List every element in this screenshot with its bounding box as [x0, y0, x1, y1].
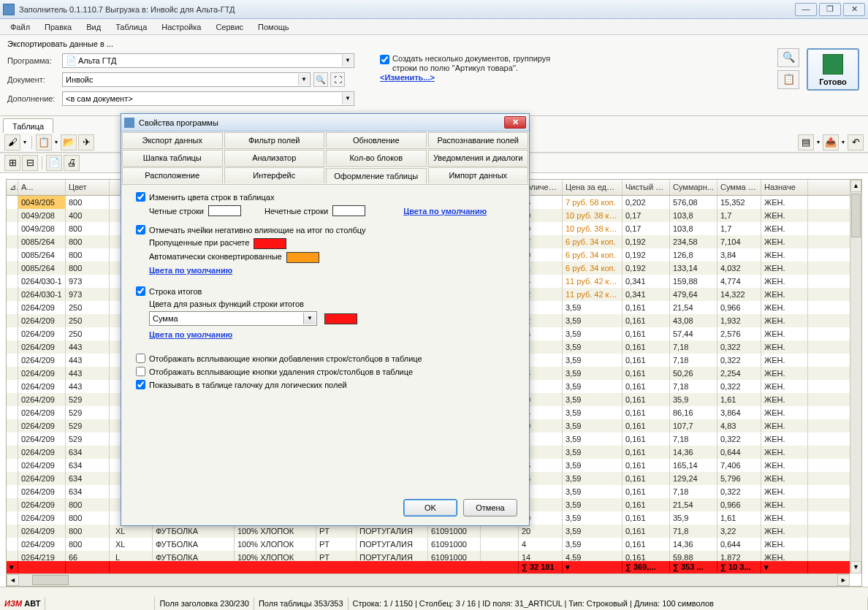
dialog-tab[interactable]: Интерфейс: [224, 167, 325, 183]
scroll-right-icon[interactable]: ►: [837, 574, 850, 586]
reset-totals-colors-link[interactable]: Цвета по умолчанию: [149, 330, 232, 339]
export-small-icon[interactable]: 📤: [823, 134, 839, 150]
dialog-title: Свойства программы: [139, 118, 218, 127]
undo-icon[interactable]: ↶: [848, 134, 864, 150]
status-cursor-info: Строка: 1 / 1150 | Столбец: 3 / 16 | ID …: [349, 597, 868, 610]
document-label: Документ:: [7, 75, 62, 84]
dialog-tab[interactable]: Кол-во блоков: [326, 150, 427, 165]
grid-totals-row: ▾ ∑ 32 181 ▾ ∑ 369,... ∑ 353 ... ∑ 10 3.…: [7, 561, 850, 573]
document-view-button[interactable]: ⛶: [330, 72, 345, 87]
status-table-fields: Поля таблицы 353/353: [254, 597, 349, 610]
dialog-tab[interactable]: Шапка таблицы: [122, 150, 223, 165]
print-icon[interactable]: 🖨: [64, 155, 80, 171]
addition-combo[interactable]: <в сам документ> ▼: [62, 91, 354, 106]
scroll-down-icon[interactable]: ▼: [850, 561, 861, 573]
brush-icon[interactable]: 🖌: [4, 134, 20, 150]
menu-Правка[interactable]: Правка: [39, 20, 77, 34]
menu-Файл[interactable]: Файл: [4, 20, 36, 34]
filter-icon[interactable]: ▤: [798, 134, 814, 150]
chk-totals-row[interactable]: [136, 286, 145, 296]
skipped-color[interactable]: [254, 238, 286, 249]
even-rows-color[interactable]: [208, 205, 241, 216]
menubar: ФайлПравкаВидТаблицаНастройкаСервисПомощ…: [0, 19, 868, 35]
scroll-left-icon[interactable]: ◄: [7, 574, 19, 586]
dialog-tab[interactable]: Экспорт данных: [122, 132, 223, 148]
collapse-icon[interactable]: ⊟: [22, 155, 38, 171]
chk-show-bool-check[interactable]: [136, 380, 145, 389]
dialog-tab[interactable]: Оформление таблицы: [326, 168, 427, 184]
vscroll-thumb[interactable]: [851, 194, 861, 237]
dialog-tab[interactable]: Импорт данных: [428, 167, 529, 183]
preview-button[interactable]: 🔍: [777, 48, 799, 67]
scroll-up-icon[interactable]: ▲: [850, 180, 861, 192]
col-articul[interactable]: А...: [18, 180, 66, 195]
chk-show-delete-buttons[interactable]: [136, 367, 145, 376]
dialog-tab[interactable]: Распознавание полей: [428, 132, 529, 148]
expand-all-icon[interactable]: ⊞: [4, 155, 20, 171]
hscroll-thumb[interactable]: [32, 575, 69, 585]
chevron-down-icon[interactable]: ▼: [303, 313, 316, 324]
dialog-tab[interactable]: Фильтр полей: [224, 132, 325, 148]
odd-rows-color[interactable]: [332, 205, 365, 216]
tab-table[interactable]: Таблица: [3, 118, 53, 133]
dialog-tab[interactable]: Уведомления и диалоги: [428, 150, 529, 165]
table-row[interactable]: 0264/209800XLФУТБОЛКА100% ХЛОПОКPTПОРТУГ…: [7, 538, 850, 551]
dialog-close-button[interactable]: ✕: [504, 116, 526, 129]
maximize-button[interactable]: ❐: [819, 3, 841, 16]
chevron-down-icon[interactable]: ▼: [342, 55, 353, 66]
menu-Таблица[interactable]: Таблица: [110, 20, 153, 34]
row-indicator-header[interactable]: ⊿: [7, 180, 18, 195]
cancel-button[interactable]: Отмена: [463, 499, 517, 516]
menu-Сервис[interactable]: Сервис: [210, 20, 249, 34]
options-button[interactable]: 📋: [777, 70, 799, 89]
totals-color[interactable]: [324, 313, 357, 324]
table-row[interactable]: 0264/209800XLФУТБОЛКА100% ХЛОПОКPTПОРТУГ…: [7, 525, 850, 538]
program-combo[interactable]: 📄 Альта ГТД ▼: [62, 53, 354, 68]
chk-change-row-colors[interactable]: [136, 192, 145, 202]
document-combo[interactable]: Инвойс ▼: [62, 72, 311, 87]
menu-Помощь[interactable]: Помощь: [252, 20, 295, 34]
chevron-down-icon[interactable]: ▼: [342, 93, 353, 104]
chk-mark-negative-cells[interactable]: [136, 225, 145, 235]
ok-button[interactable]: OK: [403, 499, 457, 516]
col-sum-weight[interactable]: Сумма ве...: [717, 180, 761, 195]
reset-row-colors-link[interactable]: Цвета по умолчанию: [403, 207, 487, 216]
dialog-tab[interactable]: Расположение: [122, 167, 223, 183]
col-sum[interactable]: Суммарн...: [670, 180, 717, 195]
status-avt: АВТ: [24, 599, 40, 608]
table-row[interactable]: 0264/21966LФУТБОЛКА100% ХЛОПОКPTПОРТУГАЛ…: [7, 551, 850, 561]
horizontal-scrollbar[interactable]: ◄ ►: [7, 573, 850, 586]
totals-funcs-label: Цвета для разных функций строки итогов: [149, 300, 514, 308]
totals-function-combo[interactable]: Сумма ▼: [149, 311, 317, 326]
copy-icon[interactable]: 📄: [46, 155, 62, 171]
iata-icon[interactable]: ✈: [78, 134, 94, 150]
odd-rows-label: Нечетные строки: [264, 207, 328, 216]
grouping-change-link[interactable]: <Изменить...>: [380, 73, 435, 82]
dialog-tab[interactable]: Обновление: [326, 132, 427, 148]
paste-icon[interactable]: 📋: [36, 134, 52, 150]
app-icon: [3, 4, 15, 15]
reset-neg-colors-link[interactable]: Цвета по умолчанию: [149, 266, 232, 275]
vertical-scrollbar[interactable]: ▲ ▼: [850, 180, 861, 573]
col-price[interactable]: Цена за един...: [563, 180, 623, 195]
program-properties-dialog: Свойства программы ✕ Экспорт данныхФильт…: [121, 113, 530, 526]
status-header-fields: Поля заголовка 230/230: [155, 597, 254, 610]
menu-Настройка[interactable]: Настройка: [156, 20, 207, 34]
autoconv-color[interactable]: [286, 252, 319, 263]
ready-button[interactable]: Готово: [807, 48, 859, 91]
col-color[interactable]: Цвет: [66, 180, 110, 195]
status-bar: ИЗМ АВТ Поля заголовка 230/230 Поля табл…: [0, 587, 868, 610]
chevron-down-icon[interactable]: ▼: [298, 74, 309, 85]
export-header: Экспортировать данные в ...: [7, 39, 861, 48]
status-izm: ИЗМ: [4, 599, 22, 608]
col-net-weight[interactable]: Чистый в...: [623, 180, 670, 195]
close-button[interactable]: ✕: [843, 3, 865, 16]
document-search-button[interactable]: 🔍: [313, 72, 328, 87]
minimize-button[interactable]: —: [795, 3, 817, 16]
grouping-checkbox[interactable]: [380, 55, 389, 64]
dialog-tab[interactable]: Анализатор: [224, 150, 325, 165]
col-purpose[interactable]: Назначе: [761, 180, 808, 195]
menu-Вид[interactable]: Вид: [80, 20, 107, 34]
open-icon[interactable]: 📂: [61, 134, 77, 150]
chk-show-add-buttons[interactable]: [136, 354, 145, 363]
